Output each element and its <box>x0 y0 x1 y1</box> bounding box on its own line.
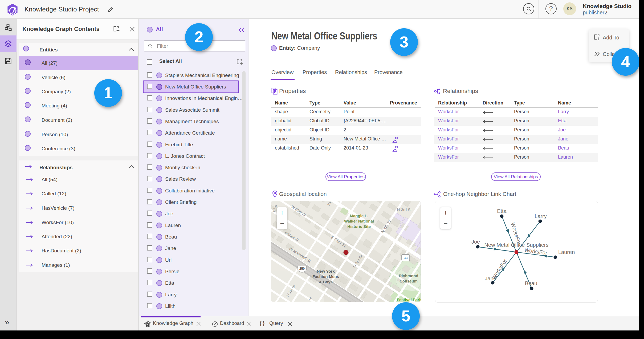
svg-text:& Boys: & Boys <box>319 280 333 284</box>
svg-text:Beau: Beau <box>525 280 537 286</box>
svg-text:Joe: Joe <box>471 239 480 245</box>
svg-text:WorksFor: WorksFor <box>491 258 508 281</box>
svg-text:New York: New York <box>317 269 335 273</box>
svg-text:Etta: Etta <box>497 208 507 214</box>
svg-text:250: 250 <box>299 267 305 271</box>
svg-text:Fashion Mens: Fashion Mens <box>312 274 339 279</box>
svg-text:33: 33 <box>404 256 407 260</box>
svg-text:N 3rd St: N 3rd St <box>397 207 412 212</box>
svg-text:Maggie L.: Maggie L. <box>350 213 368 218</box>
svg-text:Richmond: Richmond <box>399 273 418 278</box>
svg-text:Walker National: Walker National <box>344 219 374 223</box>
svg-text:Coliseum: Coliseum <box>400 279 418 283</box>
svg-text:Larry: Larry <box>535 213 547 219</box>
svg-text:Festival Park: Festival Park <box>397 297 421 302</box>
svg-text:Historic Site: Historic Site <box>347 224 371 229</box>
svg-text:Lauren: Lauren <box>558 249 575 255</box>
